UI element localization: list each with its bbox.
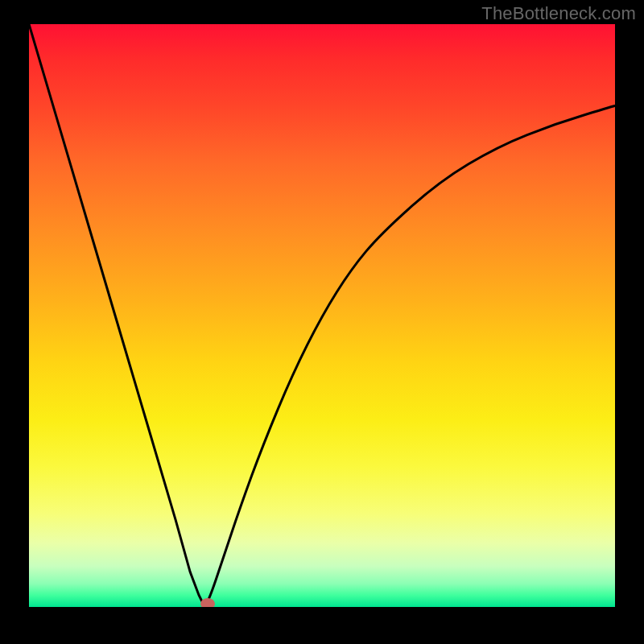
chart-frame: TheBottleneck.com — [0, 0, 644, 644]
curve-svg — [29, 24, 615, 607]
watermark-text: TheBottleneck.com — [481, 3, 636, 24]
trough-dot — [200, 598, 215, 607]
bottleneck-curve — [29, 24, 615, 607]
plot-area — [29, 24, 615, 607]
